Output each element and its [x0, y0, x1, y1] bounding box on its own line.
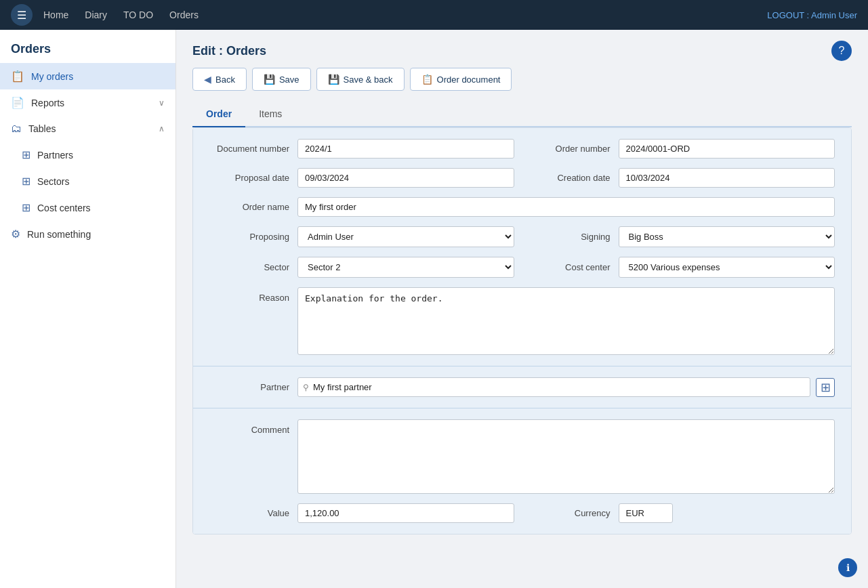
save-button[interactable]: 💾 Save	[252, 68, 311, 91]
sidebar-item-tables[interactable]: 🗂 Tables ∧	[0, 116, 175, 142]
form-section-partner: Partner ⚲ ⊞	[193, 366, 851, 408]
form-row-value-currency: Value 1,120.00 Currency EUR	[209, 503, 835, 523]
top-navigation: ☰ Home Diary TO DO Orders LOGOUT : Admin…	[0, 0, 868, 30]
info-icon[interactable]: ℹ	[838, 558, 857, 577]
form-row-partner: Partner ⚲ ⊞	[209, 377, 835, 397]
tab-items[interactable]: Items	[245, 102, 295, 127]
back-icon: ◀	[204, 74, 211, 85]
help-button[interactable]: ?	[831, 41, 852, 61]
logout-link[interactable]: LOGOUT : Admin User	[767, 10, 857, 20]
back-label: Back	[215, 75, 235, 85]
proposal-date-label: Proposal date	[209, 173, 297, 183]
sidebar-item-reports[interactable]: 📄 Reports ∨	[0, 89, 175, 116]
order-number-value: 2024/0001-ORD	[619, 139, 835, 159]
form-row-order-name: Order name	[209, 197, 835, 217]
sidebar-item-run-something[interactable]: ⚙ Run something	[0, 221, 175, 247]
order-document-button[interactable]: 📋 Order document	[410, 68, 512, 91]
form-section-comment: Comment Value 1,120.00 Currency EUR	[193, 408, 851, 534]
form-row-reason: Reason Explanation for the order.	[209, 287, 835, 355]
my-orders-icon: 📋	[11, 70, 24, 83]
nav-diary[interactable]: Diary	[85, 9, 107, 20]
sidebar: Orders 📋 My orders 📄 Reports ∨ 🗂 Tables …	[0, 30, 176, 588]
tab-order[interactable]: Order	[192, 102, 245, 127]
edit-orders-header: Edit : Orders ?	[192, 41, 852, 61]
edit-orders-title: Edit : Orders	[192, 44, 831, 58]
form-field-creation-date: Creation date 10/03/2024	[531, 168, 835, 188]
cost-center-label: Cost center	[531, 262, 619, 272]
sidebar-partners-label: Partners	[37, 150, 165, 161]
cost-center-select[interactable]: 5200 Various expenses	[619, 257, 835, 278]
partner-label: Partner	[209, 382, 297, 392]
form-field-value: Value 1,120.00	[209, 503, 514, 523]
form-field-proposal-date: Proposal date 09/03/2024	[209, 168, 514, 188]
comment-textarea[interactable]	[297, 419, 835, 494]
signing-select[interactable]: Big Boss	[619, 226, 835, 247]
nav-orders[interactable]: Orders	[169, 9, 199, 20]
form-field-order-name: Order name	[209, 197, 835, 217]
partner-field-wrapper: ⚲	[297, 377, 810, 397]
form-field-proposing: Proposing Admin User	[209, 226, 514, 247]
sidebar-sectors-label: Sectors	[37, 176, 165, 187]
currency-value: EUR	[619, 503, 673, 523]
order-form: Document number 2024/1 Order number 2024…	[192, 127, 852, 534]
order-doc-label: Order document	[437, 75, 501, 85]
form-row-dates: Proposal date 09/03/2024 Creation date 1…	[209, 168, 835, 188]
reports-expand-icon: ∨	[159, 98, 165, 108]
form-field-cost-center: Cost center 5200 Various expenses	[531, 257, 835, 278]
proposing-label: Proposing	[209, 232, 297, 242]
partner-input[interactable]	[297, 377, 810, 397]
form-row-comment: Comment	[209, 419, 835, 494]
sidebar-cost-centers-label: Cost centers	[37, 203, 165, 213]
value-label: Value	[209, 508, 297, 518]
sidebar-item-cost-centers[interactable]: ⊞ Cost centers	[0, 194, 175, 221]
toolbar: ◀ Back 💾 Save 💾 Save & back 📋 Order docu…	[192, 68, 852, 91]
nav-todo[interactable]: TO DO	[123, 9, 153, 20]
main-content: Edit : Orders ? ◀ Back 💾 Save 💾 Save & b…	[176, 30, 868, 588]
creation-date-value: 10/03/2024	[619, 168, 835, 188]
sidebar-item-my-orders[interactable]: 📋 My orders	[0, 63, 175, 89]
add-partner-button[interactable]: ⊞	[816, 378, 835, 397]
sidebar-my-orders-label: My orders	[31, 71, 165, 82]
reason-textarea[interactable]: Explanation for the order.	[297, 287, 835, 355]
order-doc-icon: 📋	[421, 74, 433, 85]
layout: Orders 📋 My orders 📄 Reports ∨ 🗂 Tables …	[0, 30, 868, 588]
save-label: Save	[279, 75, 299, 85]
form-field-currency: Currency EUR	[531, 503, 835, 523]
cost-centers-icon: ⊞	[22, 201, 30, 214]
sector-label: Sector	[209, 262, 297, 272]
creation-date-label: Creation date	[531, 173, 619, 183]
sidebar-reports-label: Reports	[31, 98, 152, 108]
save-back-label: Save & back	[344, 75, 393, 85]
save-back-icon: 💾	[328, 74, 339, 85]
form-field-doc-number: Document number 2024/1	[209, 139, 514, 159]
back-button[interactable]: ◀ Back	[192, 68, 247, 91]
menu-icon[interactable]: ☰	[11, 4, 33, 26]
save-icon: 💾	[264, 74, 275, 85]
sidebar-item-partners[interactable]: ⊞ Partners	[0, 142, 175, 168]
hamburger-icon: ☰	[17, 9, 26, 22]
nav-home[interactable]: Home	[43, 9, 68, 20]
proposing-select[interactable]: Admin User	[297, 226, 514, 247]
tables-collapse-icon: ∧	[159, 124, 165, 133]
form-field-sector: Sector Sector 2	[209, 257, 514, 278]
doc-number-value: 2024/1	[297, 139, 514, 159]
order-name-input[interactable]	[297, 197, 835, 217]
sidebar-run-something-label: Run something	[27, 229, 165, 240]
partner-search-icon: ⚲	[303, 383, 309, 392]
nav-items: Home Diary TO DO Orders	[43, 9, 199, 20]
sidebar-orders-title[interactable]: Orders	[0, 35, 175, 63]
partners-icon: ⊞	[22, 148, 30, 161]
tables-icon: 🗂	[11, 123, 22, 135]
sector-select[interactable]: Sector 2	[297, 257, 514, 278]
form-row-sector-cost: Sector Sector 2 Cost center 5200 Various…	[209, 257, 835, 278]
currency-label: Currency	[531, 508, 619, 518]
save-back-button[interactable]: 💾 Save & back	[316, 68, 405, 91]
form-section-main: Document number 2024/1 Order number 2024…	[193, 128, 851, 366]
form-field-signing: Signing Big Boss	[531, 226, 835, 247]
value-amount: 1,120.00	[297, 503, 514, 523]
sidebar-item-sectors[interactable]: ⊞ Sectors	[0, 168, 175, 194]
run-something-icon: ⚙	[11, 228, 20, 240]
reason-label: Reason	[209, 287, 297, 303]
doc-number-label: Document number	[209, 144, 297, 154]
form-row-doc-order-numbers: Document number 2024/1 Order number 2024…	[209, 139, 835, 159]
